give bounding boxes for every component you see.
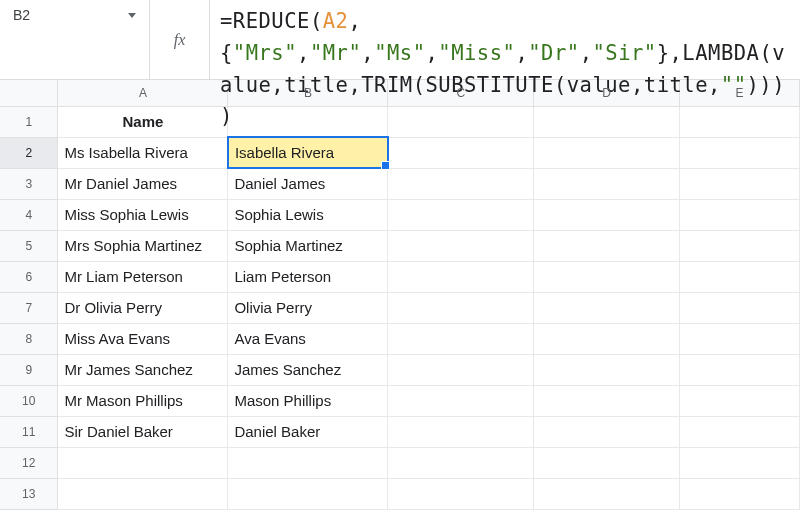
cell-E4[interactable]	[680, 199, 800, 230]
formula-bar: B2 fx =REDUCE(A2,{"Mrs","Mr","Ms","Miss"…	[0, 0, 800, 80]
cell-D6[interactable]	[534, 261, 680, 292]
select-all-corner[interactable]	[0, 80, 58, 106]
row-header[interactable]: 6	[0, 261, 58, 292]
cell-C5[interactable]	[388, 230, 534, 261]
row-header[interactable]: 1	[0, 106, 58, 137]
cell-A2[interactable]: Ms Isabella Rivera	[58, 137, 228, 168]
formula-token: ,	[297, 41, 310, 65]
row-header[interactable]: 12	[0, 447, 58, 478]
row-header[interactable]: 5	[0, 230, 58, 261]
cell-C2[interactable]	[388, 137, 534, 168]
cell-A8[interactable]: Miss Ava Evans	[58, 323, 228, 354]
cell-E7[interactable]	[680, 292, 800, 323]
chevron-down-icon[interactable]	[128, 13, 136, 18]
cell-C8[interactable]	[388, 323, 534, 354]
cell-C7[interactable]	[388, 292, 534, 323]
cell-D4[interactable]	[534, 199, 680, 230]
cell-B8[interactable]: Ava Evans	[228, 323, 388, 354]
formula-input[interactable]: =REDUCE(A2,{"Mrs","Mr","Ms","Miss","Dr",…	[210, 0, 800, 79]
cell-E6[interactable]	[680, 261, 800, 292]
cell-B10[interactable]: Mason Phillips	[228, 385, 388, 416]
row-header[interactable]: 8	[0, 323, 58, 354]
cell-E3[interactable]	[680, 168, 800, 199]
cell-B5[interactable]: Sophia Martinez	[228, 230, 388, 261]
formula-token: "Mr"	[310, 41, 361, 65]
cell-C3[interactable]	[388, 168, 534, 199]
formula-token: ,	[515, 41, 528, 65]
cell-A11[interactable]: Sir Daniel Baker	[58, 416, 228, 447]
cell-E10[interactable]	[680, 385, 800, 416]
cell-A12[interactable]	[58, 447, 228, 478]
row-header[interactable]: 10	[0, 385, 58, 416]
cell-C1[interactable]	[388, 106, 534, 137]
cell-A6[interactable]: Mr Liam Peterson	[58, 261, 228, 292]
cell-D9[interactable]	[534, 354, 680, 385]
cell-C10[interactable]	[388, 385, 534, 416]
row-header[interactable]: 11	[0, 416, 58, 447]
cell-D8[interactable]	[534, 323, 680, 354]
row-header[interactable]: 4	[0, 199, 58, 230]
cell-A13[interactable]	[58, 478, 228, 509]
cell-C13[interactable]	[388, 478, 534, 509]
cell-E5[interactable]	[680, 230, 800, 261]
cell-D10[interactable]	[534, 385, 680, 416]
cell-D3[interactable]	[534, 168, 680, 199]
cell-D12[interactable]	[534, 447, 680, 478]
formula-token: A2	[323, 9, 349, 33]
cell-E2[interactable]	[680, 137, 800, 168]
row-header[interactable]: 2	[0, 137, 58, 168]
cell-B2[interactable]: Isabella Rivera	[228, 137, 388, 168]
cell-B13[interactable]	[228, 478, 388, 509]
cell-D5[interactable]	[534, 230, 680, 261]
cell-E1[interactable]	[680, 106, 800, 137]
cell-C4[interactable]	[388, 199, 534, 230]
cell-C12[interactable]	[388, 447, 534, 478]
name-box-value: B2	[13, 7, 30, 23]
formula-token: "Dr"	[528, 41, 579, 65]
cell-B12[interactable]	[228, 447, 388, 478]
cell-A3[interactable]: Mr Daniel James	[58, 168, 228, 199]
column-header-A[interactable]: A	[58, 80, 228, 106]
cell-B11[interactable]: Daniel Baker	[228, 416, 388, 447]
cell-E13[interactable]	[680, 478, 800, 509]
cell-A4[interactable]: Miss Sophia Lewis	[58, 199, 228, 230]
formula-token: "Miss"	[438, 41, 515, 65]
cell-B7[interactable]: Olivia Perry	[228, 292, 388, 323]
formula-token: "Ms"	[374, 41, 425, 65]
formula-token: =REDUCE(	[220, 9, 323, 33]
row-header[interactable]: 9	[0, 354, 58, 385]
formula-token: ,	[361, 41, 374, 65]
spreadsheet-grid[interactable]: ABCDE1Name2Ms Isabella RiveraIsabella Ri…	[0, 80, 800, 510]
formula-token: "Sir"	[592, 41, 656, 65]
cell-E9[interactable]	[680, 354, 800, 385]
formula-token: ,	[580, 41, 593, 65]
cell-D2[interactable]	[534, 137, 680, 168]
cell-B9[interactable]: James Sanchez	[228, 354, 388, 385]
row-header[interactable]: 13	[0, 478, 58, 509]
row-header[interactable]: 7	[0, 292, 58, 323]
cell-D7[interactable]	[534, 292, 680, 323]
cell-A9[interactable]: Mr James Sanchez	[58, 354, 228, 385]
cell-C11[interactable]	[388, 416, 534, 447]
cell-A7[interactable]: Dr Olivia Perry	[58, 292, 228, 323]
cell-C6[interactable]	[388, 261, 534, 292]
cell-D13[interactable]	[534, 478, 680, 509]
cell-E12[interactable]	[680, 447, 800, 478]
name-box[interactable]: B2	[0, 0, 150, 79]
fx-icon[interactable]: fx	[150, 0, 210, 79]
formula-token: "Mrs"	[233, 41, 297, 65]
cell-A10[interactable]: Mr Mason Phillips	[58, 385, 228, 416]
cell-A1[interactable]: Name	[58, 106, 228, 137]
formula-token: ,	[426, 41, 439, 65]
cell-E11[interactable]	[680, 416, 800, 447]
cell-B3[interactable]: Daniel James	[228, 168, 388, 199]
cell-D1[interactable]	[534, 106, 680, 137]
cell-B6[interactable]: Liam Peterson	[228, 261, 388, 292]
cell-D11[interactable]	[534, 416, 680, 447]
row-header[interactable]: 3	[0, 168, 58, 199]
cell-B4[interactable]: Sophia Lewis	[228, 199, 388, 230]
cell-B1[interactable]	[228, 106, 388, 137]
cell-A5[interactable]: Mrs Sophia Martinez	[58, 230, 228, 261]
cell-C9[interactable]	[388, 354, 534, 385]
cell-E8[interactable]	[680, 323, 800, 354]
